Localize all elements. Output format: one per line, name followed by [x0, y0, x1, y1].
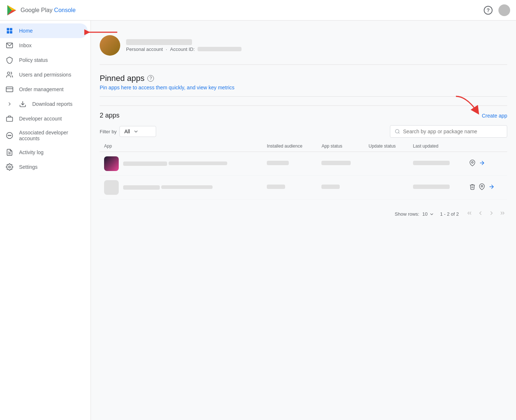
- shield-icon: [6, 56, 13, 64]
- account-dot: ·: [166, 47, 167, 52]
- app-audience-1: [262, 152, 317, 176]
- table-row: [100, 152, 507, 176]
- main-content: Personal account · Account ID: Pinned ap…: [91, 21, 516, 231]
- col-installed: Installed audience: [262, 141, 317, 152]
- app-update-2: [364, 176, 409, 200]
- play-store-logo-icon: [6, 4, 18, 16]
- gear-icon: [6, 163, 13, 171]
- download-icon: [19, 100, 26, 108]
- col-app: App: [100, 141, 262, 152]
- app-name-blur-1: [123, 161, 167, 166]
- app-thumbnail-2: [104, 180, 119, 195]
- top-bar-left: Google Play Console: [6, 4, 75, 16]
- sidebar-item-inbox[interactable]: Inbox: [0, 38, 88, 53]
- credit-card-icon: [6, 86, 13, 93]
- rows-select[interactable]: 10: [422, 211, 434, 217]
- sidebar-item-activity-label: Activity log: [19, 149, 44, 155]
- col-update: Update status: [364, 141, 409, 152]
- file-text-icon: [6, 149, 13, 156]
- lastupdated-blur-2: [413, 185, 450, 189]
- account-type-label: Personal account: [126, 47, 163, 52]
- search-input[interactable]: [403, 129, 502, 134]
- profile-name-blurred: [126, 39, 192, 45]
- svg-rect-4: [7, 28, 10, 31]
- account-id-blurred: [198, 47, 242, 51]
- user-avatar[interactable]: [498, 4, 510, 16]
- app-row-2: [104, 180, 258, 195]
- top-bar: Google Play Console ?: [0, 0, 516, 21]
- sidebar-item-developer[interactable]: Developer account: [0, 111, 88, 126]
- svg-point-24: [472, 161, 473, 163]
- sidebar-item-home[interactable]: Home: [0, 23, 88, 38]
- page-nav: [465, 208, 507, 220]
- app-name-block-1: [123, 160, 227, 167]
- sidebar-item-order[interactable]: Order management: [0, 82, 88, 97]
- expand-icon: [6, 100, 13, 108]
- sidebar-item-users[interactable]: Users and permissions: [0, 67, 88, 82]
- app-cell-1: [100, 152, 262, 176]
- audience-blur-1: [267, 161, 289, 165]
- create-app-container: Create app: [482, 113, 507, 119]
- col-updated: Last updated: [409, 141, 465, 152]
- help-circle-icon[interactable]: ?: [147, 75, 154, 82]
- pin-icon-1[interactable]: [469, 160, 476, 168]
- pinned-apps-subtitle: Pin apps here to access them quickly, an…: [100, 85, 507, 90]
- svg-rect-10: [6, 87, 13, 92]
- app-thumbnail-1: [104, 156, 119, 171]
- go-icon-2[interactable]: [488, 183, 495, 192]
- filter-left: Filter by All: [100, 126, 156, 137]
- app-lastupdated-1: [409, 152, 465, 176]
- apps-table: App Installed audience App status Update…: [100, 141, 507, 200]
- account-id-label: Account ID:: [170, 47, 195, 52]
- svg-point-15: [8, 135, 9, 136]
- sidebar-item-order-label: Order management: [19, 86, 63, 92]
- action-icons-1: [469, 160, 503, 168]
- status-blur-1: [321, 161, 351, 165]
- pinned-apps-title: Pinned apps ?: [100, 74, 507, 83]
- sidebar-item-developer-label: Developer account: [19, 116, 62, 122]
- svg-point-22: [395, 129, 399, 133]
- sidebar-item-download[interactable]: Download reports: [0, 97, 88, 111]
- sidebar-item-settings[interactable]: Settings: [0, 160, 88, 174]
- svg-point-9: [7, 72, 10, 75]
- search-box[interactable]: [390, 125, 507, 138]
- last-page-btn[interactable]: [498, 208, 507, 220]
- sidebar: Home Inbox Policy status Users and permi…: [0, 21, 91, 231]
- page-info: 1 - 2 of 2: [440, 211, 459, 217]
- show-rows: Show rows: 10: [395, 211, 434, 217]
- search-icon: [395, 129, 400, 134]
- sidebar-item-settings-label: Settings: [19, 164, 38, 170]
- next-page-btn[interactable]: [487, 208, 496, 220]
- app-lastupdated-2: [409, 176, 465, 200]
- action-icons-2: [469, 183, 503, 192]
- prev-page-btn[interactable]: [476, 208, 485, 220]
- sidebar-item-policy-label: Policy status: [19, 57, 48, 63]
- filter-search-bar: Filter by All: [100, 125, 507, 138]
- sidebar-item-activity[interactable]: Activity log: [0, 145, 88, 160]
- sidebar-item-download-label: Download reports: [32, 101, 73, 107]
- sidebar-item-associated[interactable]: Associated developer accounts: [0, 126, 88, 145]
- help-icon[interactable]: ?: [484, 6, 493, 15]
- sidebar-item-policy[interactable]: Policy status: [0, 53, 88, 67]
- pin-icon-2[interactable]: [479, 183, 485, 192]
- svg-point-26: [481, 185, 483, 187]
- delete-icon-2[interactable]: [469, 183, 476, 192]
- first-page-btn[interactable]: [465, 208, 474, 220]
- svg-rect-13: [7, 117, 13, 122]
- app-package-blur-1: [169, 161, 227, 165]
- filter-dropdown[interactable]: All: [119, 126, 156, 137]
- profile-info: Personal account · Account ID:: [126, 39, 242, 52]
- app-row-1: [104, 156, 258, 171]
- divider: [100, 96, 507, 97]
- svg-point-17: [11, 135, 11, 136]
- app-actions-1: [465, 152, 507, 176]
- svg-rect-7: [10, 31, 12, 34]
- circle-dots-icon: [6, 132, 13, 139]
- inbox-icon: [6, 42, 13, 49]
- lastupdated-blur-1: [413, 161, 450, 165]
- apps-section: 2 apps Create app: [100, 105, 507, 223]
- sidebar-item-home-label: Home: [19, 28, 33, 34]
- create-app-link[interactable]: Create app: [482, 113, 507, 119]
- briefcase-icon: [6, 115, 13, 122]
- go-icon-1[interactable]: [479, 160, 485, 168]
